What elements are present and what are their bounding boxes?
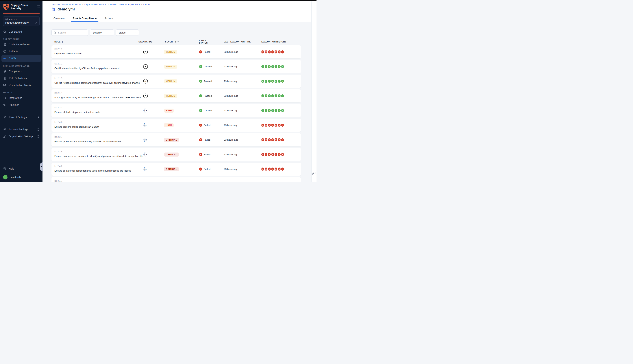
rule-name: Unpinned GitHub Actions: [54, 52, 133, 55]
rule-id: Id: 2.1.2: [54, 62, 133, 65]
breadcrumb-cicd-link[interactable]: CI/CD: [144, 3, 150, 6]
tab-actions[interactable]: Actions: [104, 14, 114, 22]
svg-text:✈: ✈: [144, 79, 147, 83]
history-fail-icon: ✕: [271, 168, 274, 171]
svg-text:?: ?: [4, 168, 5, 169]
status-label: Passed: [204, 94, 212, 97]
chevron-down-icon: [110, 32, 112, 34]
user-menu[interactable]: L Lavakush: [3, 175, 40, 180]
severity-cell: CRITICAL: [155, 182, 189, 182]
history-fail-icon: ✕: [261, 153, 264, 156]
account-layers-gear-icon: [3, 128, 6, 131]
chevron-right-icon: [37, 116, 40, 118]
breadcrumb-separator-icon: ›: [141, 3, 142, 6]
sidebar-item-get-started[interactable]: Get Started: [2, 28, 41, 35]
table-row[interactable]: Id: 2.3.8 Ensure scanners are in place t…: [52, 148, 301, 161]
info-circle-icon: [37, 135, 40, 138]
document-search-icon: [3, 70, 6, 73]
tab-overview[interactable]: Overview: [53, 14, 65, 22]
sidebar-item-compliance[interactable]: Compliance: [2, 68, 41, 75]
history-pass-icon: ✓: [265, 94, 268, 98]
module-grid-icon[interactable]: [37, 5, 40, 8]
last-evaluation-time: 23 hours ago: [216, 50, 251, 53]
user-name: Lavakush: [10, 176, 21, 179]
evaluation-history: ✕✕✕✕✕✕✕: [251, 124, 301, 127]
column-header-evaluation-history[interactable]: EVALUATION HISTORY: [251, 41, 301, 43]
passed-check-icon: ✓: [199, 80, 202, 83]
rule-name: Ensure scanners are in place to identify…: [54, 155, 133, 158]
history-fail-icon: ✕: [268, 138, 271, 141]
support-chat-icon[interactable]: [312, 172, 316, 176]
table-row[interactable]: Id: 2.4.6 Ensure pipeline steps produce …: [52, 119, 301, 132]
infinity-icon: ∞: [3, 57, 6, 60]
organization-gear-icon: [3, 135, 6, 138]
table-row[interactable]: Id: 2.1.2 Certificate not verified by Gi…: [52, 60, 301, 73]
page-title: demo.yml: [58, 7, 75, 11]
status-filter-dropdown[interactable]: Status: [116, 30, 139, 36]
sidebar-divider: [3, 111, 40, 111]
latest-status-cell: ✕ Failed: [189, 124, 216, 127]
column-header-severity[interactable]: SEVERITY: [155, 41, 189, 43]
table-row[interactable]: Id: 2.4.2 Ensure all external dependenci…: [52, 162, 301, 176]
history-pass-icon: ✓: [261, 80, 264, 83]
sidebar-item-cicd[interactable]: ∞ CI/CD: [2, 55, 41, 62]
sidebar-item-account-settings[interactable]: Account Settings: [2, 126, 41, 133]
sidebar-item-organization-settings[interactable]: Organization Settings: [2, 133, 41, 140]
rule-cell: Id: 2.3.7 Ensure pipelines are automatic…: [54, 133, 133, 146]
sidebar-item-project-settings[interactable]: Project Settings: [2, 114, 41, 121]
breadcrumb-account-link[interactable]: Account: Automation-SSCA: [52, 3, 81, 6]
column-header-last-evaluation-time[interactable]: LAST EVALUATION TIME: [216, 41, 251, 43]
project-selector[interactable]: PROJECT Product Exploratory: [3, 16, 40, 26]
rule-cell: Id: 2.3.1 Ensure all build steps are def…: [54, 104, 133, 117]
severity-filter-dropdown[interactable]: Severity: [90, 30, 114, 36]
svg-text:CIS: CIS: [144, 154, 147, 156]
right-scroll-gutter: [311, 2, 316, 182]
rule-cell: Id: 2.4.2 Ensure all external dependenci…: [54, 162, 133, 176]
severity-badge: HIGH: [164, 108, 174, 112]
table-row[interactable]: Id: 2.3.7 Ensure pipelines are automatic…: [52, 133, 301, 146]
latest-status-cell: ✓ Passed: [189, 65, 216, 68]
table-row[interactable]: Id: 2.1.4 Packages insecurely installed …: [52, 89, 301, 102]
risk-compliance-panel: Severity Status RULE STANDARDS: [42, 22, 311, 182]
failed-x-icon: ✕: [199, 124, 202, 127]
history-fail-icon: ✕: [265, 50, 268, 54]
history-fail-icon: ✕: [265, 153, 268, 156]
severity-cell: MEDIUM: [155, 79, 189, 83]
table-row[interactable]: Id: 3.1.7 CIS CRITICAL ✕ Failed 23 hours…: [52, 177, 301, 182]
history-fail-icon: ✕: [265, 124, 268, 127]
svg-text:✈: ✈: [144, 94, 147, 98]
failed-x-icon: ✕: [199, 138, 202, 141]
sidebar-item-artifacts[interactable]: Artifacts: [2, 48, 41, 55]
history-fail-icon: ✕: [281, 124, 284, 127]
sidebar-item-pipelines[interactable]: Pipelines: [2, 102, 41, 108]
last-evaluation-time: 23 hours ago: [216, 168, 251, 170]
column-header-latest-status[interactable]: LATEST STATUS: [189, 40, 216, 44]
tab-risk-and-compliance[interactable]: Risk & Compliance: [72, 14, 97, 22]
failed-x-icon: ✕: [199, 50, 202, 54]
table-row[interactable]: Id: 2.1.3 GitHub Actions pipeline comman…: [52, 75, 301, 88]
breadcrumb-project-link[interactable]: Project: Product Exploratory: [110, 3, 140, 6]
avatar: L: [3, 175, 8, 180]
sidebar-item-remediation-tracker[interactable]: Remediation Tracker: [2, 82, 41, 88]
history-pass-icon: ✓: [268, 65, 271, 68]
cis-standard-icon: CIS: [133, 181, 155, 182]
sidebar-item-code-repositories[interactable]: Code Repositories: [2, 41, 41, 48]
sidebar-item-integrations[interactable]: Integrations: [2, 94, 41, 102]
breadcrumb-organization-link[interactable]: Organization: default: [84, 3, 106, 6]
search-box[interactable]: [52, 30, 88, 36]
rule-id: Id: 3.1.7: [54, 180, 133, 182]
severity-badge: MEDIUM: [164, 79, 177, 83]
column-header-standards[interactable]: STANDARDS: [133, 41, 155, 43]
search-input[interactable]: [58, 31, 91, 34]
sidebar-item-rule-definitions[interactable]: Rule Definitions: [2, 75, 41, 82]
column-header-rule[interactable]: RULE: [54, 41, 133, 43]
history-fail-icon: ✕: [278, 50, 280, 54]
history-fail-icon: ✕: [261, 168, 264, 171]
svg-text:✈: ✈: [144, 50, 147, 54]
table-row[interactable]: Id: 2.3.1 Ensure all build steps are def…: [52, 104, 301, 117]
sidebar-collapse-handle[interactable]: [40, 162, 43, 171]
section-heading-supply-chain: SUPPLY CHAIN: [3, 38, 42, 40]
sidebar-item-help[interactable]: ? Help: [2, 165, 41, 172]
section-heading-risk-and-compliance: RISK AND COMPLIANCE: [3, 65, 42, 67]
table-row[interactable]: Id: 2.1.1 Unpinned GitHub Actions ✈ MEDI…: [52, 46, 301, 58]
